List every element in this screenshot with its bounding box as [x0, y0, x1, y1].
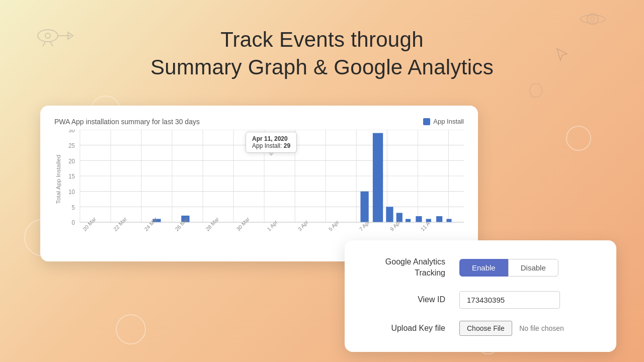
svg-rect-39	[360, 192, 368, 222]
svg-text:1 Apr: 1 Apr	[266, 219, 279, 232]
file-upload-area: Choose File No file chosen	[459, 321, 564, 336]
svg-text:22 Mar: 22 Mar	[112, 216, 128, 232]
decor-circle-2	[566, 126, 591, 151]
no-file-chosen-text: No file chosen	[519, 324, 564, 332]
decor-circle-4	[116, 314, 146, 344]
view-id-row: View ID	[365, 291, 596, 309]
svg-text:28 Mar: 28 Mar	[204, 216, 220, 232]
svg-rect-47	[446, 219, 451, 222]
svg-text:20: 20	[68, 157, 74, 164]
svg-text:10: 10	[68, 189, 74, 195]
svg-text:7 Apr: 7 Apr	[358, 219, 371, 232]
view-id-label: View ID	[365, 294, 445, 305]
chart-area: Apr 11, 2020 App Install: 29	[54, 130, 464, 245]
svg-text:15: 15	[68, 173, 74, 179]
chart-legend: App Install	[423, 118, 464, 125]
graph-title: PWA App installation summary for last 30…	[54, 118, 464, 126]
tooltip-value: App Install: 29	[252, 142, 290, 149]
svg-text:24 Mar: 24 Mar	[143, 216, 158, 232]
legend-dot	[423, 118, 430, 125]
view-id-input[interactable]	[459, 291, 560, 309]
svg-rect-46	[436, 216, 442, 222]
chart-tooltip: Apr 11, 2020 App Install: 29	[246, 132, 297, 153]
tracking-toggle-group: Enable Disable	[459, 259, 558, 277]
tracking-label: Google Analytics Tracking	[365, 256, 445, 279]
svg-rect-44	[416, 216, 422, 222]
svg-text:25: 25	[68, 142, 74, 149]
svg-text:30 Mar: 30 Mar	[235, 216, 251, 232]
disable-button[interactable]: Disable	[508, 259, 558, 277]
tooltip-arrow	[268, 152, 274, 156]
svg-text:20 Mar: 20 Mar	[82, 216, 97, 232]
svg-text:30: 30	[68, 130, 74, 134]
upload-row: Upload Key file Choose File No file chos…	[365, 321, 596, 336]
svg-text:3 Apr: 3 Apr	[297, 219, 309, 232]
upload-label: Upload Key file	[365, 323, 445, 334]
svg-text:5: 5	[71, 204, 74, 210]
enable-button[interactable]: Enable	[459, 259, 508, 277]
page-title: Track Events through Summary Graph & Goo…	[0, 0, 644, 81]
svg-text:0: 0	[71, 219, 74, 226]
tracking-row: Google Analytics Tracking Enable Disable	[365, 256, 596, 279]
tooltip-date: Apr 11, 2020	[252, 135, 290, 142]
choose-file-button[interactable]: Choose File	[459, 321, 512, 336]
svg-rect-40	[373, 133, 383, 222]
legend-label: App Install	[433, 118, 464, 125]
svg-rect-41	[386, 207, 393, 222]
analytics-card: Google Analytics Tracking Enable Disable…	[345, 240, 616, 352]
svg-text:5 Apr: 5 Apr	[328, 219, 340, 232]
diamond-decor	[528, 83, 543, 101]
svg-text:Total App Installed: Total App Installed	[55, 155, 62, 204]
graph-card: PWA App installation summary for last 30…	[40, 106, 478, 261]
svg-rect-43	[406, 219, 411, 222]
